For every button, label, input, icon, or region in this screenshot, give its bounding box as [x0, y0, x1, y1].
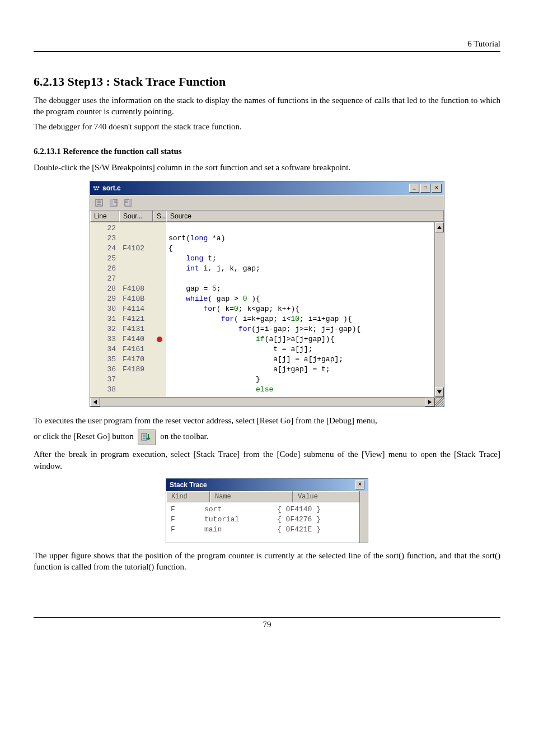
col-line[interactable]: Line — [90, 211, 119, 222]
close-button[interactable]: × — [432, 184, 442, 193]
svg-point-3 — [95, 189, 96, 190]
window-title: sort.c — [102, 184, 121, 192]
stack-vertical-scrollbar[interactable] — [359, 491, 368, 543]
titlebar[interactable]: sort.c _ □ × — [90, 181, 444, 195]
scroll-down-button[interactable] — [435, 387, 444, 397]
stack-kind: F — [171, 525, 204, 535]
col-source-addr[interactable]: Sour... — [119, 211, 153, 222]
header-right: 6 Tutorial — [34, 39, 500, 49]
after-code-text-a: or click the [Reset Go] button — [34, 432, 135, 441]
stack-row[interactable]: Fsort{ 0F4140 } — [166, 505, 359, 515]
stack-close-button[interactable]: × — [355, 480, 364, 489]
scroll-right-button[interactable] — [425, 398, 435, 407]
stack-name: sort — [204, 505, 277, 515]
vertical-scrollbar[interactable] — [434, 222, 444, 397]
maximize-button[interactable]: □ — [420, 184, 430, 193]
stack-value: { 0F4140 } — [277, 505, 355, 515]
stack-name: main — [204, 525, 277, 535]
stack-window-title: Stack Trace — [170, 481, 207, 489]
subsection-para: Double-click the [S/W Breakpoints] colum… — [34, 162, 500, 173]
source-editor-window: sort.c _ □ × Line Sour... S... Source — [90, 181, 444, 407]
stack-name: tutorial — [204, 515, 277, 525]
stack-trace-window: Stack Trace × Kind Name Value Fsort{ 0F4… — [166, 478, 368, 543]
toolbar-split-left-icon[interactable] — [107, 197, 120, 209]
stack-titlebar[interactable]: Stack Trace × — [166, 479, 368, 491]
stack-col-value[interactable]: Value — [293, 491, 359, 502]
horizontal-scrollbar[interactable] — [90, 397, 444, 407]
stack-col-name[interactable]: Name — [210, 491, 293, 502]
column-headers: Line Sour... S... Source — [90, 211, 444, 222]
toolbar-split-right-icon[interactable] — [121, 197, 135, 209]
after-code-para-3: After the break in program execution, se… — [34, 449, 500, 472]
page-number: 79 — [34, 620, 500, 629]
bottom-para: The upper figure shows that the position… — [34, 550, 500, 573]
header-rule — [34, 51, 500, 52]
source-code[interactable]: sort(long *a) { long t; int i, j, k, gap… — [166, 222, 434, 397]
stack-column-headers: Kind Name Value — [166, 491, 359, 502]
after-code-text-b: on the toolbar. — [160, 432, 208, 441]
app-icon — [92, 184, 100, 192]
breakpoint-gutter[interactable] — [153, 222, 166, 397]
svg-point-0 — [93, 186, 95, 188]
breakpoint-marker-icon[interactable] — [157, 337, 162, 342]
stack-body: Fsort{ 0F4140 }Ftutorial{ 0F4276 }Fmain{… — [166, 502, 359, 543]
stack-kind: F — [171, 515, 204, 525]
editor-toolbar — [90, 195, 444, 211]
col-source[interactable]: Source — [166, 211, 444, 222]
svg-point-4 — [97, 189, 99, 190]
after-code-para-1: To executes the user program from the re… — [34, 415, 500, 426]
svg-point-1 — [96, 186, 97, 188]
resize-grip-icon[interactable] — [435, 398, 444, 407]
section-para-2: The debugger for 740 doesn't support the… — [34, 121, 500, 132]
stack-kind: F — [171, 505, 204, 515]
col-breakpoint[interactable]: S... — [153, 211, 166, 222]
svg-rect-10 — [110, 199, 113, 206]
stack-row[interactable]: Ftutorial{ 0F4276 } — [166, 515, 359, 525]
reset-go-button[interactable] — [138, 430, 156, 445]
section-heading: 6.2.13 Step13 : Stack Trace Function — [34, 74, 500, 89]
svg-rect-14 — [129, 199, 132, 206]
scroll-up-button[interactable] — [435, 222, 444, 232]
stack-value: { 0F421E } — [277, 525, 355, 535]
code-body: 22 23 24 25 26 27 28 29 30 31 32 33 34 3… — [90, 222, 434, 397]
section-para-1: The debugger uses the information on the… — [34, 95, 500, 118]
after-code-para-2: or click the [Reset Go] button on the to… — [34, 430, 500, 445]
footer-rule — [34, 617, 500, 618]
stack-col-kind[interactable]: Kind — [166, 491, 210, 502]
address-gutter: F4102 F4108 F410B F4114 F4121 F4131 F414… — [119, 222, 153, 397]
subsection-heading: 6.2.13.1 Reference the function call sta… — [34, 147, 500, 156]
scroll-left-button[interactable] — [90, 398, 100, 407]
svg-point-2 — [98, 186, 100, 188]
toolbar-view-icon[interactable] — [92, 197, 106, 209]
stack-row[interactable]: Fmain{ 0F421E } — [166, 525, 359, 535]
line-number-gutter: 22 23 24 25 26 27 28 29 30 31 32 33 34 3… — [90, 222, 119, 397]
minimize-button[interactable]: _ — [409, 184, 419, 193]
stack-value: { 0F4276 } — [277, 515, 355, 525]
